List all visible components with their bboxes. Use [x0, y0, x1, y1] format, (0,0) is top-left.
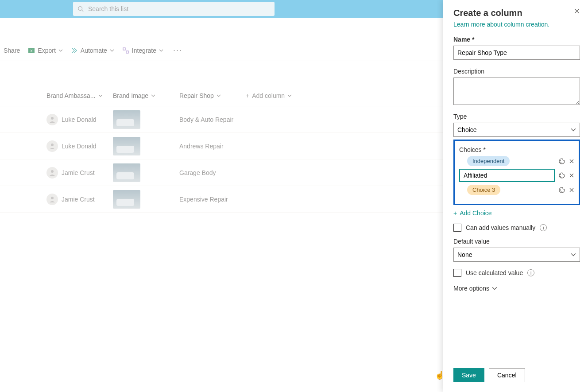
palette-icon	[558, 186, 565, 194]
avatar	[46, 167, 58, 179]
svg-point-18	[561, 191, 562, 192]
share-button[interactable]: Share	[4, 47, 20, 54]
name-input[interactable]	[453, 46, 580, 60]
choices-label: Choices	[459, 146, 574, 153]
choice-row: Choice 3	[459, 185, 574, 195]
col-label: Repair Shop	[179, 92, 214, 99]
choice-input[interactable]	[459, 169, 555, 182]
palette-button[interactable]	[558, 186, 565, 194]
person-icon	[49, 143, 56, 150]
svg-text:X: X	[30, 49, 33, 53]
flow-icon	[71, 47, 78, 54]
svg-point-15	[561, 177, 562, 178]
image-thumbnail[interactable]	[113, 110, 140, 129]
chevron-down-icon	[58, 48, 63, 53]
person-name: Jamie Crust	[62, 169, 95, 176]
close-button[interactable]	[574, 8, 580, 16]
close-icon	[569, 159, 574, 164]
close-icon	[574, 8, 580, 14]
col-brand-image[interactable]: Brand Image	[113, 92, 179, 99]
choices-section: Choices Independent Choice 3	[453, 140, 580, 205]
name-label: Name	[453, 36, 580, 43]
calculated-value-checkbox-row: Use calculated value i	[453, 269, 580, 277]
svg-point-17	[560, 190, 561, 191]
svg-point-10	[560, 160, 561, 161]
learn-more-link[interactable]: Learn more about column creation.	[453, 21, 580, 28]
share-label: Share	[4, 47, 20, 54]
description-input[interactable]	[453, 78, 580, 105]
info-icon[interactable]: i	[527, 269, 534, 276]
integrate-label: Integrate	[132, 47, 156, 54]
type-dropdown[interactable]: Choice	[453, 123, 580, 137]
manual-values-checkbox-row: Can add values manually i	[453, 224, 580, 232]
automate-button[interactable]: Automate	[71, 47, 114, 54]
manual-values-label: Can add values manually	[466, 224, 535, 231]
plus-icon: +	[246, 92, 249, 99]
integrate-button[interactable]: Integrate	[122, 47, 163, 54]
svg-point-13	[560, 174, 561, 175]
calculated-value-checkbox[interactable]	[453, 269, 461, 277]
chevron-down-icon	[571, 252, 576, 257]
info-icon[interactable]: i	[540, 224, 547, 231]
search-icon	[77, 6, 84, 12]
plus-icon: +	[453, 210, 457, 217]
calculated-value-label: Use calculated value	[466, 269, 523, 276]
remove-choice-button[interactable]	[569, 173, 574, 178]
more-options-toggle[interactable]: More options	[453, 285, 580, 292]
col-repair-shop[interactable]: Repair Shop	[179, 92, 246, 99]
person-cell: Jamie Crust	[46, 194, 113, 205]
remove-choice-button[interactable]	[569, 187, 574, 193]
person-icon	[49, 196, 56, 203]
automate-label: Automate	[81, 47, 107, 54]
choice-pill[interactable]: Choice 3	[467, 185, 500, 195]
svg-line-1	[82, 10, 84, 12]
cancel-button[interactable]: Cancel	[489, 368, 525, 382]
choice-row	[459, 169, 574, 182]
add-choice-label: Add Choice	[460, 210, 491, 217]
chevron-down-icon	[492, 286, 497, 291]
image-thumbnail[interactable]	[113, 190, 140, 209]
manual-values-checkbox[interactable]	[453, 224, 461, 232]
svg-point-0	[78, 7, 82, 11]
image-thumbnail[interactable]	[113, 137, 140, 155]
palette-button[interactable]	[558, 172, 565, 179]
export-button[interactable]: X Export	[28, 47, 62, 54]
more-options-label: More options	[453, 285, 489, 292]
chevron-down-icon	[151, 93, 155, 98]
person-cell: Jamie Crust	[46, 167, 113, 179]
description-label: Description	[453, 68, 580, 75]
avatar	[46, 140, 58, 152]
avatar	[46, 194, 58, 205]
palette-button[interactable]	[558, 158, 565, 165]
image-thumbnail[interactable]	[113, 163, 140, 182]
panel-footer: Save Cancel	[453, 360, 580, 392]
col-label: Brand Ambassa...	[46, 92, 96, 99]
palette-icon	[558, 172, 565, 179]
choice-pill[interactable]: Independent	[467, 156, 510, 166]
type-value: Choice	[457, 126, 477, 133]
col-label: Brand Image	[113, 92, 148, 99]
palette-icon	[558, 158, 565, 165]
col-brand-ambassador[interactable]: Brand Ambassa...	[46, 92, 113, 99]
avatar	[46, 114, 58, 125]
svg-point-6	[51, 117, 54, 120]
person-icon	[49, 169, 56, 176]
chevron-down-icon	[159, 48, 163, 53]
chevron-down-icon	[217, 93, 221, 98]
svg-point-16	[560, 189, 561, 190]
save-button[interactable]: Save	[453, 368, 484, 382]
choice-row: Independent	[459, 156, 574, 166]
add-column-label: Add column	[252, 92, 285, 99]
integrate-icon	[122, 47, 129, 54]
chevron-down-icon	[571, 127, 576, 132]
excel-icon: X	[28, 47, 35, 54]
more-button[interactable]: ···	[171, 46, 184, 55]
add-column-button[interactable]: + Add column	[246, 92, 317, 99]
remove-choice-button[interactable]	[569, 159, 574, 164]
default-value-dropdown[interactable]: None	[453, 248, 580, 262]
add-choice-button[interactable]: + Add Choice	[453, 210, 580, 217]
search-input[interactable]: Search this list	[73, 2, 275, 16]
svg-point-11	[560, 162, 561, 163]
svg-point-12	[561, 163, 562, 163]
close-icon	[569, 187, 574, 193]
